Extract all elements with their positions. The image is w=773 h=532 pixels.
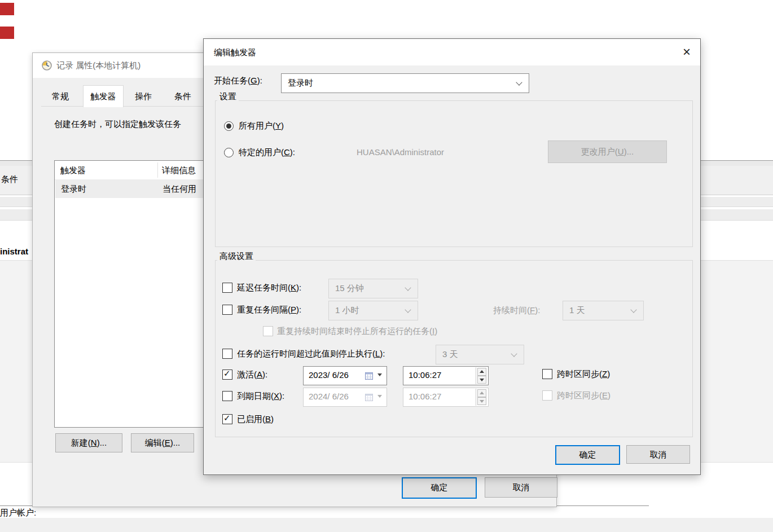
specific-user-value: HUASAN\Administrator <box>357 147 444 158</box>
trigger-row-name: 登录时 <box>61 179 86 198</box>
delay-label: 延迟任务时间(K): <box>237 282 301 293</box>
repeat-combobox: 1 小时 <box>328 301 418 320</box>
activate-label: 激活(A): <box>237 369 267 380</box>
column-header-trigger[interactable]: 触发器 <box>60 161 86 179</box>
delay-value: 15 分钟 <box>335 279 364 298</box>
specific-user-label: 特定的用户(C): <box>239 147 295 158</box>
bottom-strip <box>0 518 773 532</box>
repeat-checkbox[interactable] <box>222 305 232 315</box>
sync-timezone-label: 跨时区同步(Z) <box>557 368 610 380</box>
user-account-label: 用户帐户: <box>0 507 36 518</box>
chevron-down-icon <box>405 284 411 291</box>
activate-time-value: 10:06:27 <box>409 367 441 385</box>
screen: 条件 inistrat 用户帐户: 记录 属性(本地计算机) 常规 触发器 操作… <box>0 0 773 532</box>
expire-checkbox[interactable] <box>222 391 232 401</box>
trigger-row-details: 当任何用 <box>162 179 196 198</box>
settings-group-label: 设置 <box>217 91 239 102</box>
settings-groupbox: 所有用户(Y) 特定的用户(C): HUASAN\Administrator 更… <box>215 100 693 247</box>
red-marker-bottom <box>0 27 14 39</box>
properties-cancel-button[interactable]: 取消 <box>485 477 557 498</box>
time-spinner-control-disabled <box>476 389 487 406</box>
edit-dialog-ok-button[interactable]: 确定 <box>555 445 620 465</box>
expire-date-value: 2024/ 6/26 <box>309 388 349 406</box>
column-separator[interactable] <box>157 162 158 178</box>
close-icon[interactable]: × <box>679 45 694 59</box>
tab-conditions[interactable]: 条件 <box>165 87 200 106</box>
tab-triggers[interactable]: 触发器 <box>83 85 124 107</box>
duration-label: 持续时间(F): <box>493 305 540 316</box>
delay-combobox: 15 分钟 <box>328 279 418 298</box>
spinner-down-icon[interactable] <box>477 376 486 384</box>
chevron-down-icon <box>516 79 522 85</box>
expire-time-spinner: 10:06:27 <box>403 388 489 407</box>
triggers-description: 创建任务时，可以指定触发该任务 <box>54 118 181 130</box>
specific-user-radio[interactable] <box>224 148 234 157</box>
tab-actions[interactable]: 操作 <box>126 87 161 106</box>
calendar-icon-disabled <box>365 393 373 403</box>
properties-window-title: 记录 属性(本地计算机) <box>56 60 140 71</box>
enabled-checkbox[interactable] <box>222 414 232 424</box>
advanced-groupbox: 延迟任务时间(K): 15 分钟 重复任务间隔(P): 1 小时 持续时间(F)… <box>215 260 693 437</box>
activate-time-spinner[interactable]: 10:06:27 <box>403 366 489 385</box>
edit-dialog-titlebar: 编辑触发器 × <box>204 39 700 65</box>
edit-trigger-button[interactable]: 编辑(E)... <box>131 433 194 452</box>
repeat-label: 重复任务间隔(P): <box>237 304 301 315</box>
stop-long-value: 3 天 <box>442 345 458 364</box>
stop-long-checkbox[interactable] <box>222 349 232 359</box>
stop-long-combobox: 3 天 <box>436 345 524 364</box>
delay-checkbox[interactable] <box>222 283 232 293</box>
spinner-down-icon <box>477 397 486 405</box>
change-user-button: 更改用户(U)... <box>548 140 667 163</box>
chevron-down-icon <box>630 306 636 313</box>
column-header-details[interactable]: 详细信息 <box>162 161 196 179</box>
advanced-group-label: 高级设置 <box>217 250 256 262</box>
activate-checkbox[interactable] <box>222 370 232 380</box>
tab-general[interactable]: 常规 <box>41 87 80 106</box>
expire-date-picker: 2024/ 6/26 <box>303 388 387 407</box>
background-tab-conditions: 条件 <box>1 174 18 185</box>
calendar-dropdown-icon[interactable] <box>377 373 382 376</box>
edit-trigger-dialog: 编辑触发器 × 开始任务(G): 登录时 设置 所有用户(Y) 特定的用户(C)… <box>203 38 701 475</box>
spinner-up-icon[interactable] <box>477 368 486 376</box>
all-users-label: 所有用户(Y) <box>239 120 284 131</box>
begin-task-combobox[interactable]: 登录时 <box>281 73 529 93</box>
chevron-down-icon <box>405 306 411 313</box>
duration-combobox: 1 天 <box>563 301 644 320</box>
duration-value: 1 天 <box>569 301 585 320</box>
background-admin-text: inistrat <box>0 246 28 257</box>
spinner-up-icon <box>477 389 486 397</box>
expire-time-value: 10:06:27 <box>409 388 441 406</box>
sync-timezone-expire-checkbox <box>542 390 552 401</box>
repeat-value: 1 小时 <box>335 301 359 320</box>
stop-long-label: 任务的运行时间超过此值则停止执行(L): <box>237 348 385 359</box>
calendar-icon[interactable] <box>365 372 373 381</box>
task-scheduler-clock-icon <box>42 60 52 71</box>
expire-label: 到期日期(X): <box>237 390 284 402</box>
calendar-dropdown-icon-disabled <box>377 395 382 398</box>
begin-task-label: 开始任务(G): <box>214 75 262 86</box>
red-marker-top <box>0 3 14 15</box>
sync-timezone-expire-label: 跨时区同步(E) <box>557 390 611 401</box>
activate-date-value: 2023/ 6/26 <box>309 367 349 385</box>
begin-task-value: 登录时 <box>288 74 313 93</box>
sync-timezone-checkbox[interactable] <box>542 369 552 379</box>
stop-all-tasks-checkbox <box>263 326 273 336</box>
time-spinner-control[interactable] <box>476 367 487 384</box>
enabled-label: 已启用(B) <box>237 414 274 425</box>
all-users-radio[interactable] <box>224 121 234 131</box>
chevron-down-icon <box>511 350 517 357</box>
stop-all-tasks-label: 重复持续时间结束时停止所有运行的任务(I) <box>277 326 437 337</box>
activate-date-picker[interactable]: 2023/ 6/26 <box>303 366 387 385</box>
edit-dialog-cancel-button[interactable]: 取消 <box>626 445 690 464</box>
properties-ok-button[interactable]: 确定 <box>402 477 477 499</box>
edit-dialog-title: 编辑触发器 <box>214 47 256 58</box>
new-trigger-button[interactable]: 新建(N)... <box>55 433 122 452</box>
